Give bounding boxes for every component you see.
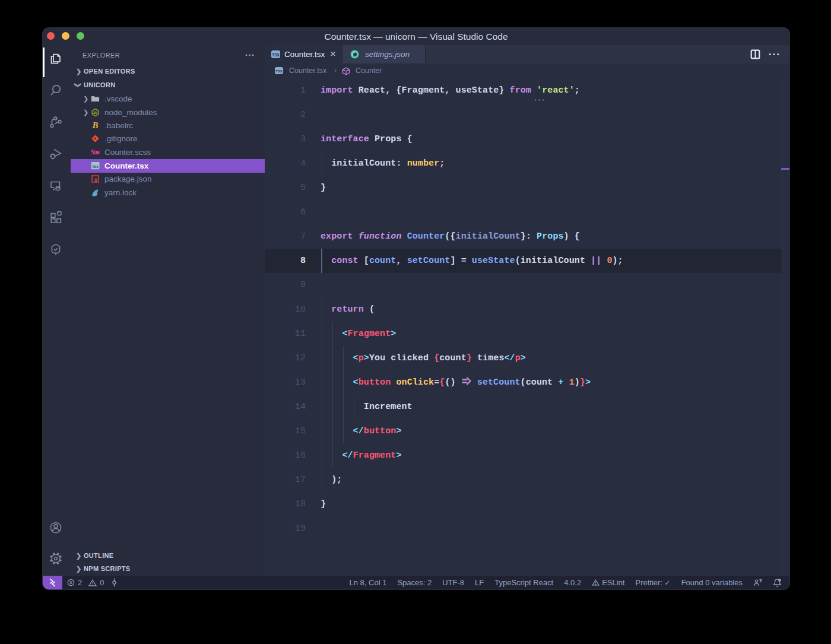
svg-text:B: B <box>91 121 98 130</box>
svg-text:TSX: TSX <box>92 165 99 169</box>
svg-text:Sass: Sass <box>91 148 100 156</box>
svg-text:JS: JS <box>93 110 97 114</box>
